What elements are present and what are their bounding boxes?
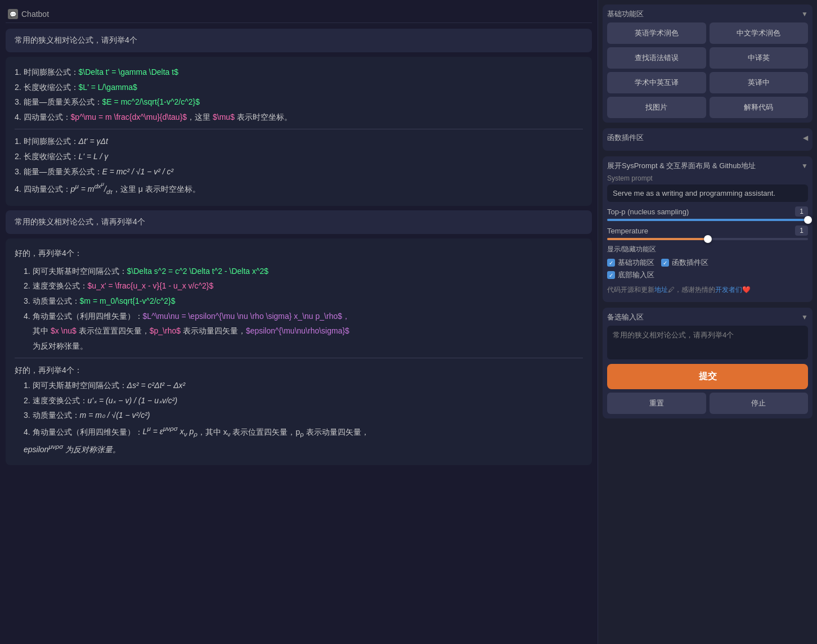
sysprompt-header[interactable]: 展开SysPrompt & 交互界面布局 & Github地址 ▼ — [607, 161, 808, 171]
rendered-line-4: 4. 四动量公式：pμ = mdxμ/dτ，这里 μ 表示时空坐标。 — [15, 179, 583, 198]
formula2-green-1: $\Delta s^2 = c^2 \Delta t^2 - \Delta x^… — [127, 267, 269, 276]
formula2-line-3: 3. 动质量公式：$m = m_0/\sqrt{1-v^2/c^2}$ — [24, 294, 583, 309]
rendered-line-3: 3. 能量—质量关系公式：E = mc² / √1 − v² / c² — [15, 164, 583, 179]
contributors-link[interactable]: 开发者们 — [715, 286, 742, 294]
plugin-area-header[interactable]: 函数插件区 ◀ — [607, 133, 808, 143]
temperature-label: Temperature — [607, 227, 648, 235]
backup-input-box[interactable]: 常用的狭义相对论公式，请再列举4个 — [607, 326, 808, 359]
formula-raw-1: 1. 时间膨胀公式：$\Delta t' = \gamma \Delta t$ … — [15, 65, 583, 124]
formula-green-1: $\Delta t' = \gamma \Delta t$ — [79, 67, 178, 76]
temperature-label-row: Temperature 1 — [607, 226, 808, 236]
show-hide-label: 显示/隐藏功能区 — [607, 245, 808, 254]
separator-2 — [15, 358, 583, 358]
top-p-thumb — [804, 216, 812, 224]
submit-button[interactable]: 提交 — [607, 364, 808, 389]
rendered2-line-1: 1. 闵可夫斯基时空间隔公式：Δs² = c²Δt² − Δx² — [24, 378, 583, 393]
footer-links: 代码开源和更新地址🖊，感谢热情的开发者们❤️ — [607, 282, 808, 298]
btn-zh-to-en[interactable]: 中译英 — [710, 47, 809, 69]
formula2-note-1: 其中 $x \nu$ 表示位置置四矢量，$p_\rho$ 表示动量四矢量，$ep… — [33, 323, 583, 339]
backup-input-placeholder: 常用的狭义相对论公式，请再列举4个 — [613, 331, 734, 339]
sysprompt-section: 展开SysPrompt & 交互界面布局 & Github地址 ▼ System… — [603, 156, 812, 302]
separator-1 — [15, 129, 583, 129]
github-link[interactable]: 地址 — [654, 286, 668, 294]
checkbox-row-2: ✓ 底部输入区 — [607, 270, 808, 280]
formula2-note-eps: $epsilon^{\mu\nu\rho\sigma}$ — [246, 326, 349, 335]
user-message-2: 常用的狭义相对论公式，请再列举4个 — [6, 210, 592, 234]
stop-button[interactable]: 停止 — [710, 393, 809, 414]
formula-green-2: $L' = L/\gamma$ — [79, 83, 137, 92]
formula2-line-1: 1. 闵可夫斯基时空间隔公式：$\Delta s^2 = c^2 \Delta … — [24, 264, 583, 279]
basic-functions-arrow: ▼ — [801, 10, 808, 18]
formula2-line-2: 2. 速度变换公式：$u_x' = \frac{u_x - v}{1 - u_x… — [24, 278, 583, 294]
basic-functions-header[interactable]: 基础功能区 ▼ — [607, 9, 808, 19]
temperature-value: 1 — [795, 226, 808, 236]
top-p-label: Top-p (nucleus sampling) — [607, 208, 689, 216]
assistant-message-1: 1. 时间膨胀公式：$\Delta t' = \gamma \Delta t$ … — [6, 57, 592, 206]
chat-title: Chatbot — [21, 10, 49, 19]
formula2-green-2: $m = m_0/\sqrt{1-v^2/c^2}$ — [80, 296, 176, 305]
formula-pink-2: $\mu$ — [213, 112, 235, 121]
backup-input-title: 备选输入区 — [607, 312, 644, 322]
backup-input-header[interactable]: 备选输入区 ▼ — [607, 312, 808, 322]
checkbox-row: ✓ 基础功能区 ✓ 函数插件区 — [607, 258, 808, 268]
backup-input-section: 备选输入区 ▼ 常用的狭义相对论公式，请再列举4个 提交 重置 停止 — [603, 308, 812, 418]
formula2-pink-1: $u_x' = \frac{u_x - v}{1 - u_x v/c^2}$ — [88, 281, 214, 290]
formula-line-4: 4. 四动量公式：$p^\mu = m \frac{dx^\mu}{d\tau}… — [15, 110, 583, 125]
checkbox-input-box: ✓ — [607, 271, 615, 279]
assistant-message-2: 好的，再列举4个： 1. 闵可夫斯基时空间隔公式：$\Delta s^2 = c… — [6, 238, 592, 465]
btn-en-to-zh[interactable]: 英译中 — [710, 72, 809, 93]
sysprompt-arrow: ▼ — [801, 162, 808, 170]
formula-rendered-2: 好的，再列举4个： 1. 闵可夫斯基时空间隔公式：Δs² = c²Δt² − Δ… — [15, 363, 583, 457]
formula2-note-p: $p_\rho$ — [150, 326, 181, 335]
sysprompt-title: 展开SysPrompt & 交互界面布局 & Github地址 — [607, 161, 756, 171]
checkbox-plugin-box: ✓ — [661, 259, 669, 267]
user-message-2-text: 常用的狭义相对论公式，请再列举4个 — [15, 217, 145, 226]
temperature-thumb — [704, 235, 712, 243]
chatbot-icon: 💬 — [8, 9, 18, 19]
checkbox-plugin[interactable]: ✓ 函数插件区 — [661, 258, 708, 268]
plugin-area-title: 函数插件区 — [607, 133, 644, 143]
checkbox-plugin-label: 函数插件区 — [672, 258, 708, 268]
formula-green-3: $E = mc^2/\sqrt{1-v^2/c^2}$ — [102, 97, 200, 106]
sys-prompt-label: System prompt — [607, 174, 808, 182]
formula2-purple-1: $L^\mu\nu = \epsilon^{\mu \nu \rho \sigm… — [143, 312, 350, 321]
formula-line-3: 3. 能量—质量关系公式：$E = mc^2/\sqrt{1-v^2/c^2}$ — [15, 94, 583, 110]
btn-grammar-check[interactable]: 查找语法错误 — [607, 47, 706, 69]
plugin-area-section: 函数插件区 ◀ — [603, 128, 812, 151]
temperature-track[interactable] — [607, 238, 808, 240]
top-p-label-row: Top-p (nucleus sampling) 1 — [607, 206, 808, 217]
checkbox-input[interactable]: ✓ 底部输入区 — [607, 270, 654, 280]
btn-english-polish[interactable]: 英语学术润色 — [607, 22, 706, 44]
rendered2-line-5: epsilonμνρσ 为反对称张量。 — [24, 440, 583, 457]
top-p-value: 1 — [795, 206, 808, 217]
formula-line-2: 2. 长度收缩公式：$L' = L/\gamma$ — [15, 80, 583, 95]
btn-explain-code[interactable]: 解释代码 — [710, 97, 809, 118]
formula-raw-2: 1. 闵可夫斯基时空间隔公式：$\Delta s^2 = c^2 \Delta … — [15, 264, 583, 354]
rendered2-intro: 好的，再列举4个： — [15, 363, 583, 378]
user-message-1-text: 常用的狭义相对论公式，请列举4个 — [15, 35, 137, 44]
formula2-line-4: 4. 角动量公式（利用四维矢量）：$L^\mu\nu = \epsilon^{\… — [24, 309, 583, 324]
formula-line-1: 1. 时间膨胀公式：$\Delta t' = \gamma \Delta t$ — [15, 65, 583, 80]
basic-functions-section: 基础功能区 ▼ 英语学术润色 中文学术润色 查找语法错误 中译英 学术中英互译 … — [603, 4, 812, 123]
formula2-note-2: 为反对称张量。 — [33, 339, 583, 354]
user-message-1: 常用的狭义相对论公式，请列举4个 — [6, 29, 592, 52]
checkbox-basic-box: ✓ — [607, 259, 615, 267]
rendered2-line-3: 3. 动质量公式：m = m₀ / √(1 − v²/c²) — [24, 408, 583, 423]
top-p-track[interactable] — [607, 219, 808, 221]
basic-functions-grid: 英语学术润色 中文学术润色 查找语法错误 中译英 学术中英互译 英译中 找图片 … — [607, 22, 808, 118]
btn-chinese-polish[interactable]: 中文学术润色 — [710, 22, 809, 44]
top-p-slider-row: Top-p (nucleus sampling) 1 — [607, 206, 808, 221]
formula-pink-1: $p^\mu = m \frac{dx^\mu}{d\tau}$ — [71, 112, 187, 121]
rendered2-line-4: 4. 角动量公式（利用四维矢量）：Lμ = εμνρσ xν pρ，其中 xν … — [24, 423, 583, 441]
reset-button[interactable]: 重置 — [607, 393, 706, 414]
checkbox-basic[interactable]: ✓ 基础功能区 — [607, 258, 654, 268]
system-prompt-value: Serve me as a writing and programming as… — [607, 184, 808, 202]
checkbox-input-label: 底部输入区 — [618, 270, 654, 280]
bottom-btn-row: 重置 停止 — [607, 393, 808, 414]
backup-input-arrow: ▼ — [801, 313, 808, 321]
btn-find-image[interactable]: 找图片 — [607, 97, 706, 118]
btn-academic-translate[interactable]: 学术中英互译 — [607, 72, 706, 93]
basic-functions-title: 基础功能区 — [607, 9, 644, 19]
checkbox-basic-label: 基础功能区 — [618, 258, 654, 268]
assistant-intro: 好的，再列举4个： — [15, 246, 583, 260]
